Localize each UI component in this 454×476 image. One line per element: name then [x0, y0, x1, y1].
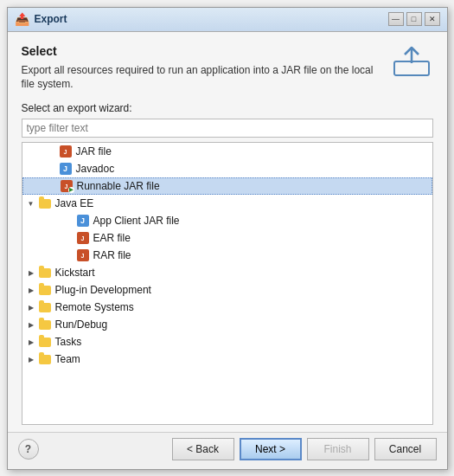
- tree-item-label-appclient: App Client JAR file: [93, 215, 180, 227]
- tree-item-label-team: Team: [55, 353, 80, 365]
- expand-arrow-javadoc: [47, 164, 57, 174]
- tree-item-plugin[interactable]: Plug-in Development: [22, 281, 432, 299]
- close-button[interactable]: ✕: [425, 12, 440, 26]
- title-bar-left: 📤 Export: [15, 12, 67, 26]
- expand-arrow-jar: [47, 146, 57, 157]
- folder-icon: [39, 303, 51, 312]
- title-controls: — □ ✕: [388, 12, 440, 26]
- folder-icon: [39, 268, 51, 278]
- tree-item-label-javadoc: Javadoc: [76, 163, 115, 175]
- filter-label: Select an export wizard:: [22, 102, 433, 114]
- jar-icon: J: [77, 232, 89, 244]
- cancel-button[interactable]: Cancel: [374, 438, 437, 460]
- expand-arrow-javaee[interactable]: [26, 198, 36, 209]
- run-icon: J: [61, 180, 73, 192]
- tree-item-label-tasks: Tasks: [55, 336, 82, 348]
- back-button[interactable]: < Back: [172, 438, 234, 460]
- export-icon: [390, 44, 433, 79]
- expand-arrow-rundebug[interactable]: [26, 319, 36, 330]
- description-row: Select Export all resources required to …: [22, 44, 433, 93]
- tree-item-javadoc[interactable]: JJavadoc: [22, 160, 432, 177]
- jar-icon: J: [60, 145, 72, 158]
- expand-arrow-appclient: [64, 215, 74, 226]
- expand-arrow-team[interactable]: [26, 354, 36, 364]
- tree-item-label-remote: Remote Systems: [55, 301, 134, 313]
- folder-icon: [39, 199, 51, 209]
- folder-icon: [39, 320, 51, 330]
- dialog-body: Select Export all resources required to …: [8, 32, 447, 432]
- tree-item-label-plugin: Plug-in Development: [55, 284, 151, 296]
- minimize-button[interactable]: —: [388, 12, 404, 26]
- next-button[interactable]: Next >: [240, 438, 302, 460]
- svg-rect-0: [394, 61, 429, 75]
- title-bar: 📤 Export — □ ✕: [8, 8, 447, 32]
- tree-item-appclient[interactable]: JApp Client JAR file: [22, 212, 432, 229]
- tree-item-tasks[interactable]: Tasks: [22, 333, 432, 351]
- tree-item-label-runnable: Runnable JAR file: [77, 180, 160, 192]
- tree-item-label-kickstart: Kickstart: [55, 267, 95, 279]
- tree-item-javaee[interactable]: Java EE: [22, 195, 432, 212]
- nav-buttons: < Back Next > Finish Cancel: [172, 438, 437, 460]
- java-icon: J: [60, 163, 72, 175]
- finish-button[interactable]: Finish: [307, 438, 369, 460]
- tree-item-label-javaee: Java EE: [55, 197, 94, 209]
- help-button[interactable]: ?: [18, 439, 39, 460]
- tree-item-rundebug[interactable]: Run/Debug: [22, 316, 432, 333]
- button-bar: ? < Back Next > Finish Cancel: [8, 432, 447, 469]
- dialog-icon: 📤: [15, 12, 29, 26]
- maximize-button[interactable]: □: [406, 12, 422, 26]
- section-title: Select: [22, 44, 390, 58]
- filter-input[interactable]: [22, 119, 433, 138]
- tree-item-team[interactable]: Team: [22, 351, 432, 368]
- tree-container[interactable]: JJAR fileJJavadocJRunnable JAR fileJava …: [22, 142, 433, 424]
- dialog-title: Export: [35, 13, 67, 25]
- expand-arrow-remote[interactable]: [26, 302, 36, 312]
- expand-arrow-plugin[interactable]: [26, 285, 36, 295]
- folder-icon: [39, 355, 51, 364]
- tree-item-label-ear: EAR file: [93, 232, 131, 244]
- tree-item-label-rundebug: Run/Debug: [55, 318, 108, 331]
- expand-arrow-kickstart[interactable]: [26, 267, 36, 278]
- tree-item-label-jar: JAR file: [76, 145, 112, 158]
- expand-arrow-ear: [64, 233, 74, 243]
- description-text: Export all resources required to run an …: [22, 63, 381, 93]
- tree-item-label-rar: RAR file: [93, 249, 131, 261]
- expand-arrow-rar: [64, 250, 74, 261]
- tree-item-runnable[interactable]: JRunnable JAR file: [22, 177, 432, 195]
- description-section: Select Export all resources required to …: [22, 44, 390, 93]
- java-icon: J: [77, 215, 89, 227]
- tree-item-remote[interactable]: Remote Systems: [22, 299, 432, 316]
- folder-icon: [39, 286, 51, 295]
- export-dialog: 📤 Export — □ ✕ Select Export all resourc…: [7, 7, 448, 470]
- expand-arrow-tasks[interactable]: [26, 337, 36, 347]
- tree-item-jar[interactable]: JJAR file: [22, 143, 432, 160]
- tree-item-ear[interactable]: JEAR file: [22, 229, 432, 247]
- tree-item-kickstart[interactable]: Kickstart: [22, 264, 432, 281]
- expand-arrow-runnable: [48, 181, 58, 191]
- tree-item-rar[interactable]: JRAR file: [22, 247, 432, 264]
- jar-icon: J: [77, 249, 89, 261]
- folder-icon: [39, 338, 51, 347]
